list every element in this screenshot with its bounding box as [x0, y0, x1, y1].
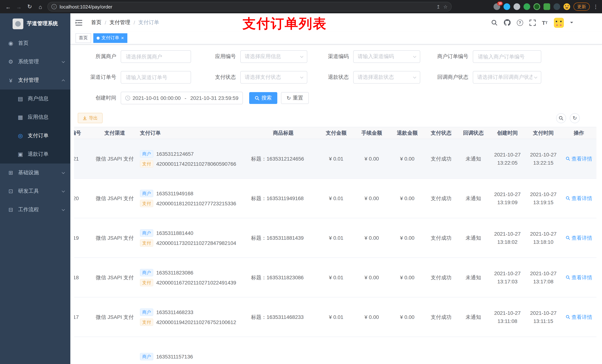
view-detail-link[interactable]: 查看详情: [566, 234, 592, 242]
browser-menu-icon[interactable]: ⋮: [593, 4, 598, 10]
cell-pay-amount: ¥ 0.01: [318, 178, 354, 218]
bookmark-star-icon[interactable]: ☆: [443, 4, 448, 10]
cell-pay-time: 2021-10-27 13:11:15: [525, 297, 561, 337]
extension-icon[interactable]: [544, 3, 550, 10]
breadcrumb-current: 支付订单: [139, 19, 159, 26]
channel-code-select[interactable]: 请输入渠道编码: [353, 50, 420, 63]
view-detail-link[interactable]: 查看详情: [566, 194, 592, 202]
page-info-icon[interactable]: i: [52, 4, 57, 9]
header-search-icon[interactable]: [491, 20, 497, 26]
cell-title: 标题：1635312124656: [248, 139, 318, 178]
font-size-icon[interactable]: TT: [542, 20, 548, 26]
help-icon[interactable]: ?: [517, 20, 523, 26]
col-pay-order: 支付订单: [137, 127, 248, 139]
cell-fee-amount: ¥ 0.00: [354, 218, 389, 258]
fullscreen-icon[interactable]: [529, 20, 536, 26]
close-icon[interactable]: ×: [121, 35, 124, 40]
extension-icon[interactable]: 10: [494, 3, 500, 10]
sidebar-item-workflow[interactable]: ⊟ 工作流程: [0, 200, 70, 219]
toggle-search-button[interactable]: [556, 113, 566, 123]
cell-refund-amount: ¥ 0.00: [389, 258, 425, 297]
active-dot: [97, 36, 100, 39]
cell-create-time: 2021-10-27 13:22:05: [489, 139, 525, 178]
extension-icon[interactable]: [524, 3, 530, 10]
merchant-input[interactable]: [121, 50, 191, 63]
sidebar-toggle-icon[interactable]: [75, 20, 82, 25]
view-detail-link[interactable]: 查看详情: [566, 313, 592, 321]
create-time-range-picker[interactable]: 2021-10-01 00:00:00 - 2021-10-31 23:59:5…: [121, 92, 243, 104]
red-annotation-title: 支付订单列表: [243, 15, 327, 33]
profile-avatar[interactable]: [563, 3, 570, 10]
cell-fee-amount: [354, 337, 389, 364]
cell-refund-amount: ¥ 0.00: [389, 178, 425, 218]
refund-status-select[interactable]: 请选择退款状态: [353, 71, 420, 83]
reset-button[interactable]: ↻ 重置: [281, 92, 309, 104]
app-select[interactable]: 请选择应用信息: [240, 50, 307, 63]
browser-refresh-button[interactable]: ↻: [26, 3, 33, 10]
channel-order-no-input[interactable]: [121, 71, 191, 83]
sidebar-item-home[interactable]: ◉ 首页: [0, 34, 70, 52]
sidebar-item-merchant-info[interactable]: ▤ 商户信息: [0, 90, 70, 108]
extension-icon[interactable]: [553, 3, 560, 10]
cell-pay-time: 2021-10-27 13:19:15: [525, 178, 561, 218]
github-icon[interactable]: [504, 19, 510, 26]
breadcrumb-home[interactable]: 首页: [91, 19, 101, 26]
chevron-down-icon: [300, 54, 303, 58]
breadcrumb-payment[interactable]: 支付管理: [110, 19, 130, 26]
sidebar-item-system[interactable]: ⚙ 系统管理: [0, 52, 70, 71]
cell-fee-amount: ¥ 0.00: [354, 139, 389, 178]
tab-pay-order[interactable]: 支付订单 ×: [93, 33, 127, 43]
cell-callback-status: 未通知: [457, 178, 489, 218]
page-content: 所属商户 应用编号 请选择应用信息: [70, 44, 602, 364]
extension-icon[interactable]: [504, 3, 510, 10]
sidebar-item-dev-tools[interactable]: ⊡ 研发工具: [0, 182, 70, 200]
cell-callback-status: 未通知: [457, 139, 489, 178]
sidebar-item-infrastructure[interactable]: ⊞ 基础设施: [0, 164, 70, 182]
dev-tools-icon: ⊡: [7, 188, 14, 195]
view-detail-link[interactable]: 查看详情: [566, 273, 592, 281]
cell-callback-status: 未通知: [457, 258, 489, 297]
orders-table[interactable]: 编号 支付渠道 支付订单 商品标题 支付金额 手续金额 退款金额 支付状态 回调…: [74, 127, 598, 364]
cell-id: 21: [74, 139, 93, 178]
reset-icon: ↻: [287, 95, 291, 101]
cell-channel: 微信 JSAPI 支付: [93, 258, 137, 297]
avatar-caret-icon[interactable]: [570, 22, 573, 25]
sidebar-item-payment[interactable]: ¥ 支付管理: [0, 71, 70, 90]
sidebar-item-app-info[interactable]: ▦ 应用信息: [0, 108, 70, 126]
browser-forward-button[interactable]: →: [15, 3, 22, 10]
export-button[interactable]: 导出: [78, 113, 103, 123]
extension-icon[interactable]: [534, 3, 540, 10]
table-row: 商户 1635311157136 支付: [74, 337, 596, 364]
search-button[interactable]: 搜索: [249, 92, 277, 104]
address-bar[interactable]: i localhost:1024/pay/order ↥ ☆: [47, 2, 452, 11]
extension-icon[interactable]: [514, 3, 520, 10]
chevron-down-icon: [300, 75, 303, 78]
browser-update-button[interactable]: 更新: [573, 3, 590, 11]
sidebar-item-refund-order[interactable]: ▣ 退款订单: [0, 145, 70, 164]
share-icon[interactable]: ↥: [436, 4, 441, 10]
chevron-down-icon: [62, 189, 65, 192]
cell-title: 标题：1635311823086: [248, 258, 318, 297]
payment-submenu: ▤ 商户信息 ▦ 应用信息 ◎ 支付订单 ▣ 退款订单: [0, 90, 70, 164]
cell-pay-amount: [318, 337, 354, 364]
table-row: 21 微信 JSAPI 支付 商户 1635312124657 支付 42000…: [74, 139, 596, 178]
browser-back-button[interactable]: ←: [4, 3, 12, 10]
table-body: 21 微信 JSAPI 支付 商户 1635312124657 支付 42000…: [74, 139, 596, 364]
browser-home-button[interactable]: ⌂: [37, 3, 44, 10]
user-avatar[interactable]: [554, 18, 564, 28]
cell-id: 19: [74, 218, 93, 258]
callback-status-select[interactable]: 请选择订单回调商户状态: [473, 71, 541, 83]
col-callback-status: 回调状态: [457, 127, 489, 139]
refresh-table-button[interactable]: ↻: [570, 113, 580, 123]
merchant-order-no-input[interactable]: [473, 50, 541, 63]
view-detail-link[interactable]: 查看详情: [566, 155, 592, 163]
pay-tag: 支付: [140, 279, 153, 286]
pay-status-select[interactable]: 请选择支付状态: [240, 71, 307, 83]
url-text[interactable]: localhost:1024/pay/order: [60, 4, 433, 10]
table-toolbar: 导出 ↻: [78, 113, 580, 123]
cell-id: 20: [74, 178, 93, 218]
cell-pay-status: 支付成功: [425, 218, 457, 258]
tab-home[interactable]: 首页: [75, 33, 91, 43]
cell-refund-amount: [389, 337, 425, 364]
sidebar-item-pay-order[interactable]: ◎ 支付订单: [0, 126, 70, 145]
